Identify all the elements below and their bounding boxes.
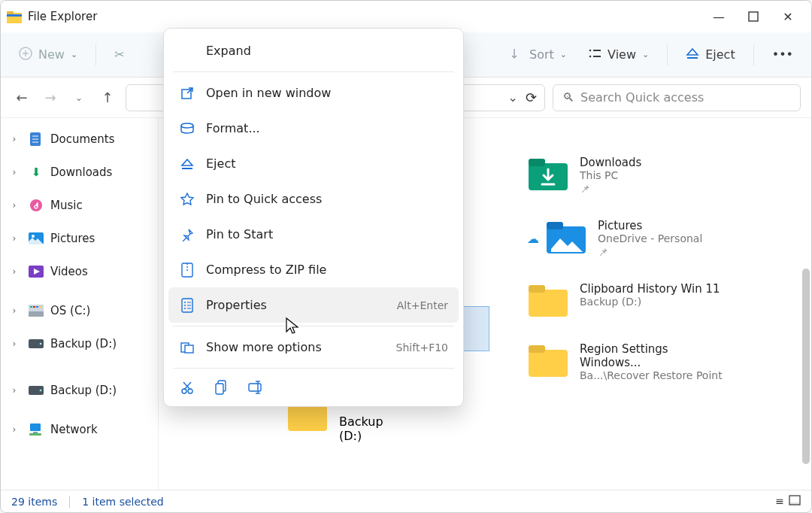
svg-rect-40 [529, 285, 545, 293]
svg-rect-25 [36, 306, 38, 308]
svg-rect-38 [547, 222, 563, 229]
sort-button[interactable]: Sort ⌄ [504, 43, 574, 67]
eject-icon [686, 47, 699, 62]
sidebar-item-videos[interactable]: ›Videos [1, 255, 158, 288]
eject-button[interactable]: Eject [678, 43, 742, 67]
details-view-button[interactable]: ≡ [775, 495, 784, 508]
svg-rect-67 [249, 384, 261, 391]
ctx-format[interactable]: Format... [168, 111, 459, 146]
status-bar: 29 items 1 item selected ≡ [1, 490, 811, 512]
svg-rect-66 [216, 384, 223, 394]
context-menu: Expand Open in new window Format... Ejec… [163, 28, 464, 407]
folder-icon [527, 282, 569, 318]
more-options-icon [179, 341, 195, 354]
svg-rect-2 [7, 14, 22, 17]
pin-icon: 📌︎ [580, 183, 641, 195]
view-icon [588, 47, 601, 62]
cut-icon[interactable] [179, 379, 195, 396]
eject-icon [179, 158, 195, 170]
rename-icon[interactable] [248, 379, 265, 396]
expand-icon[interactable]: › [7, 233, 22, 244]
grid-item-region-settings[interactable]: Region Settings Windows...Ba...\Recover … [527, 342, 723, 381]
minimize-button[interactable]: — [701, 1, 736, 32]
expand-icon[interactable]: › [7, 338, 22, 349]
app-folder-icon [7, 10, 22, 23]
expand-icon[interactable]: › [7, 200, 22, 211]
ctx-eject[interactable]: Eject [168, 146, 459, 181]
svg-rect-33 [29, 433, 41, 436]
expand-icon[interactable]: › [7, 134, 22, 144]
separator [95, 44, 96, 65]
selected-item-highlight [459, 306, 489, 351]
music-icon [28, 199, 44, 212]
refresh-button[interactable]: ⟳ [526, 90, 537, 105]
maximize-button[interactable] [736, 1, 771, 32]
network-icon [28, 423, 44, 436]
new-button[interactable]: New ⌄ [11, 42, 85, 68]
expand-icon[interactable]: › [7, 385, 22, 396]
sidebar-item-documents[interactable]: ›Documents [1, 123, 158, 156]
expand-icon[interactable]: › [7, 167, 22, 178]
file-explorer-window: File Explorer — ✕ New ⌄ ✂ Sort ⌄ View ⌄ [0, 0, 812, 513]
pictures-folder-icon [545, 219, 587, 255]
back-button[interactable]: ← [11, 87, 32, 108]
view-button[interactable]: View ⌄ [580, 43, 656, 67]
svg-rect-41 [529, 350, 568, 377]
sidebar-item-downloads[interactable]: ›⬇Downloads [1, 156, 158, 189]
copy-icon[interactable] [214, 379, 230, 396]
ctx-compress-zip[interactable]: Compress to ZIP file [168, 252, 459, 287]
svg-point-7 [589, 49, 592, 51]
sidebar-item-backup-d-2[interactable]: ›Backup (D:) [1, 374, 158, 407]
expand-icon[interactable]: › [7, 305, 22, 316]
item-count: 29 items [11, 496, 57, 508]
forward-button[interactable]: → [40, 87, 61, 108]
expand-icon[interactable]: › [7, 424, 22, 435]
selection-count: 1 item selected [82, 496, 164, 508]
sidebar-item-os-c[interactable]: ›OS (C:) [1, 294, 158, 327]
disk-icon [28, 305, 44, 317]
ctx-open-new-window[interactable]: Open in new window [168, 75, 459, 111]
plus-icon [19, 47, 32, 63]
ctx-properties[interactable]: Properties Alt+Enter [168, 287, 459, 323]
up-button[interactable]: ↑ [97, 87, 118, 108]
ctx-pin-quick-access[interactable]: Pin to Quick access [168, 181, 459, 217]
sidebar-item-music[interactable]: ›Music [1, 189, 158, 222]
svg-rect-10 [593, 56, 601, 57]
tiles-view-button[interactable] [789, 495, 801, 508]
svg-rect-43 [288, 404, 327, 431]
ctx-show-more-options[interactable]: Show more options Shift+F10 [168, 329, 459, 365]
grid-item-clipboard-history[interactable]: Clipboard History Win 11Backup (D:) [527, 282, 723, 318]
pictures-icon [28, 232, 44, 244]
ctx-expand[interactable]: Expand [168, 33, 459, 68]
search-input[interactable]: 🔍︎ Search Quick access [553, 84, 801, 111]
downloads-folder-icon [527, 156, 569, 192]
sidebar-item-pictures[interactable]: ›Pictures [1, 222, 158, 255]
more-button[interactable]: ••• [765, 43, 801, 66]
svg-rect-42 [529, 345, 545, 353]
shortcut-label: Shift+F10 [396, 341, 448, 354]
ctx-pin-start[interactable]: Pin to Start [168, 217, 459, 252]
svg-point-57 [184, 308, 186, 309]
cut-button[interactable]: ✂ [107, 43, 132, 66]
expand-icon[interactable]: › [7, 266, 22, 277]
chevron-down-icon[interactable]: ⌄ [508, 90, 518, 105]
svg-rect-46 [789, 502, 800, 505]
svg-rect-32 [33, 432, 38, 433]
ellipsis-icon: ••• [772, 47, 793, 62]
app-title: File Explorer [28, 10, 97, 23]
format-icon [179, 123, 195, 135]
svg-rect-23 [30, 306, 32, 308]
mouse-cursor [285, 317, 300, 336]
svg-rect-21 [29, 311, 44, 317]
cloud-icon: ☁ [527, 232, 539, 246]
sidebar-item-backup-d[interactable]: ›Backup (D:) [1, 327, 158, 360]
grid-item-downloads[interactable]: DownloadsThis PC📌︎ [527, 156, 723, 195]
svg-point-53 [184, 302, 186, 303]
scrollbar-thumb[interactable] [802, 269, 810, 464]
close-button[interactable]: ✕ [771, 1, 805, 32]
grid-item-pictures[interactable]: ☁ PicturesOneDrive - Personal📌︎ [527, 219, 723, 258]
history-button[interactable]: ⌄ [68, 87, 89, 108]
sidebar-item-network[interactable]: ›Network [1, 413, 158, 446]
svg-rect-60 [185, 345, 193, 353]
svg-rect-8 [593, 50, 601, 51]
